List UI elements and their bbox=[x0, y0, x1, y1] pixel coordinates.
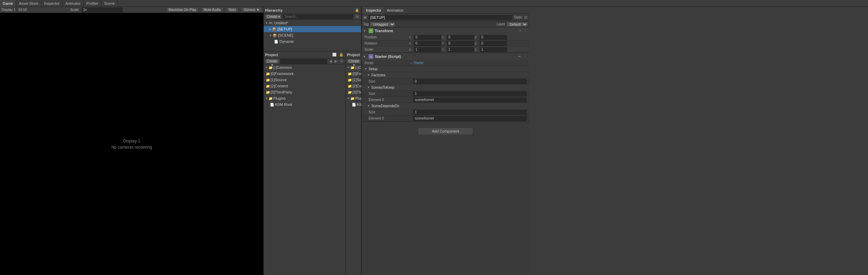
scale-y-field: Y bbox=[442, 47, 474, 52]
transform-header[interactable]: ▼ T Transform ? ⋮ bbox=[362, 27, 529, 34]
setup-foldout[interactable]: ▼ Setup bbox=[362, 66, 529, 72]
rotation-y-axis: Y bbox=[442, 42, 446, 45]
hierarchy-search-input[interactable] bbox=[283, 14, 353, 19]
rotation-x-input[interactable] bbox=[414, 41, 441, 46]
static-checkbox[interactable] bbox=[524, 15, 528, 20]
position-y-axis: Y bbox=[442, 36, 446, 39]
proj1-lock-icon[interactable]: 🔒 bbox=[338, 53, 344, 57]
rotation-z-input[interactable] bbox=[480, 41, 507, 46]
starter-edit-btn[interactable]: ✏ bbox=[517, 54, 522, 59]
starter-script-row: Script -- Starter bbox=[362, 60, 529, 66]
inspector-object-name-row: ✓ Static bbox=[362, 14, 529, 21]
proj1-item-content[interactable]: 📁 [2]Content bbox=[264, 83, 345, 89]
aspect-ratio: 16:10 bbox=[18, 8, 27, 12]
proj1-asmroot-label: ASM-Root bbox=[275, 102, 292, 107]
proj1-item-framework[interactable]: 📁 [0]Framework bbox=[264, 71, 345, 77]
starter-title: Starter (Script) bbox=[375, 54, 401, 59]
gizmos-btn[interactable]: Gizmos ▼ bbox=[241, 7, 262, 12]
proj1-source-folder-icon: 📁 bbox=[266, 78, 270, 82]
scale-label: Scale bbox=[70, 8, 79, 12]
scenestokeep-size-row: Size bbox=[362, 91, 529, 97]
hierarchy-all-btn[interactable]: All bbox=[355, 15, 360, 18]
factories-foldout[interactable]: ▼ Factories bbox=[362, 72, 529, 78]
tab-inspector[interactable]: Inspector bbox=[363, 7, 384, 14]
rotation-values: X Y Z bbox=[409, 41, 526, 46]
scenestokeep-element0-label: Element 0 bbox=[369, 98, 413, 102]
project-panel-2-title: Project bbox=[347, 53, 360, 57]
starter-menu-btn[interactable]: ⋮ bbox=[523, 54, 528, 59]
rotation-y-input[interactable] bbox=[447, 41, 474, 46]
proj1-item-thirdparty[interactable]: 📁 [3]ThirdParty bbox=[264, 89, 345, 95]
layer-select[interactable]: Default bbox=[507, 22, 528, 27]
tab-inspector-top[interactable]: Inspector bbox=[41, 0, 63, 7]
proj1-item-asmroot[interactable]: 📄 ASM-Root bbox=[264, 101, 345, 108]
tab-profiler[interactable]: Profiler bbox=[84, 0, 101, 7]
factories-size-input[interactable] bbox=[413, 79, 526, 84]
position-z-input[interactable] bbox=[480, 35, 507, 40]
starter-header[interactable]: ▼ S Starter (Script) ✏ ⋮ bbox=[362, 53, 529, 60]
starter-foldout-arrow: ▼ bbox=[363, 55, 366, 58]
scenestokeep-size-input[interactable] bbox=[413, 91, 526, 96]
scenestokeep-element0-input[interactable] bbox=[413, 98, 526, 102]
proj1-icon2[interactable]: ▶ bbox=[334, 59, 338, 63]
object-name-input[interactable] bbox=[369, 15, 512, 20]
center-panels: Hierarchy 🔒 Create ▾ All ▼ 🎮 Unt bbox=[264, 7, 529, 275]
proj1-item-plugins[interactable]: ▼ 📁 Plugins bbox=[264, 95, 345, 101]
position-x-input[interactable] bbox=[414, 35, 441, 40]
scenedependson-size-row: Size bbox=[362, 109, 529, 115]
tab-animator[interactable]: Animator bbox=[63, 0, 84, 7]
scenedependson-arrow: ▼ bbox=[367, 104, 370, 108]
tab-animation[interactable]: Animation bbox=[384, 7, 406, 14]
add-component-button[interactable]: Add Component bbox=[418, 127, 473, 135]
proj1-create-btn[interactable]: Create ▾ bbox=[265, 59, 279, 64]
scale-x-field: X bbox=[409, 47, 441, 52]
setup-arrow: ▶ bbox=[269, 28, 271, 31]
hierarchy-item-untitled[interactable]: ▼ 🎮 Untitled* bbox=[264, 20, 361, 26]
proj1-item-source[interactable]: 📁 [1]Source bbox=[264, 77, 345, 83]
starter-script-value[interactable]: -- Starter bbox=[410, 61, 424, 65]
rotation-x-axis: X bbox=[409, 42, 413, 45]
proj1-thirdparty-folder-icon: 📁 bbox=[266, 90, 270, 94]
mute-audio-btn[interactable]: Mute Audio bbox=[201, 7, 223, 12]
project-panel-1-title: Project bbox=[265, 53, 278, 57]
scale-x-input[interactable] bbox=[414, 47, 441, 52]
scale-y-input[interactable] bbox=[447, 47, 474, 52]
proj1-content-folder-icon: 📁 bbox=[266, 84, 270, 88]
tab-game[interactable]: Game bbox=[0, 0, 16, 7]
scale-z-input[interactable] bbox=[480, 47, 507, 52]
hierarchy-create-btn[interactable]: Create ▾ bbox=[265, 14, 282, 19]
layer-label: Layer bbox=[497, 22, 505, 26]
proj1-thirdparty-label: [3]ThirdParty bbox=[271, 90, 292, 94]
object-active-checkbox[interactable]: ✓ bbox=[363, 15, 367, 20]
proj1-icon1[interactable]: ◀ bbox=[328, 59, 333, 63]
hierarchy-item-dynamic[interactable]: 📄 Dynamic bbox=[264, 38, 361, 45]
position-y-input[interactable] bbox=[447, 35, 474, 40]
transform-menu-btn[interactable]: ⋮ bbox=[523, 29, 528, 33]
proj2-create-btn[interactable]: Create ▾ bbox=[347, 59, 361, 64]
hierarchy-item-scene[interactable]: ▼ 📦 [SCENE] bbox=[264, 32, 361, 38]
hierarchy-lock-icon[interactable]: 🔒 bbox=[354, 8, 360, 12]
scenestokeep-arrow: ▼ bbox=[367, 86, 370, 89]
proj1-maximize-icon[interactable]: ⬜ bbox=[332, 53, 337, 57]
proj1-icon3[interactable]: ☰ bbox=[339, 59, 344, 63]
proj1-search-input[interactable] bbox=[280, 59, 327, 64]
stats-btn[interactable]: Stats bbox=[226, 7, 239, 12]
tab-scene[interactable]: Scene bbox=[101, 0, 118, 7]
top-tab-bar: Game Asset Store Inspector Animator Prof… bbox=[0, 0, 868, 7]
transform-collapse-btn[interactable]: ? bbox=[518, 29, 522, 33]
scale-input[interactable] bbox=[82, 8, 123, 12]
scenedependson-foldout[interactable]: ▼ SceneDependsOn bbox=[362, 103, 529, 109]
main-layout: Display 1 16:10 Scale Maximize On Play M… bbox=[0, 7, 868, 275]
tag-select[interactable]: Untagged bbox=[370, 22, 395, 27]
scenestokeep-foldout[interactable]: ▼ ScenesToKeep bbox=[362, 85, 529, 91]
proj1-item-common[interactable]: ▼ 📁 [-]Common bbox=[264, 64, 345, 71]
hierarchy-item-setup[interactable]: ▶ 📦 [SETUP] bbox=[264, 26, 361, 32]
game-panel: Display 1 16:10 Scale Maximize On Play M… bbox=[0, 7, 264, 275]
tab-asset-store[interactable]: Asset Store bbox=[16, 0, 41, 7]
position-label: Position bbox=[364, 35, 409, 39]
scenedependson-element0-input[interactable] bbox=[413, 116, 526, 121]
project-panels-area: Project ⬜ 🔒 Create ▾ ◀ ▶ ☰ bbox=[264, 51, 361, 275]
proj2-content-folder-icon: 📁 bbox=[348, 84, 352, 88]
maximize-on-play-btn[interactable]: Maximize On Play bbox=[166, 7, 199, 12]
scenedependson-size-input[interactable] bbox=[413, 110, 526, 115]
